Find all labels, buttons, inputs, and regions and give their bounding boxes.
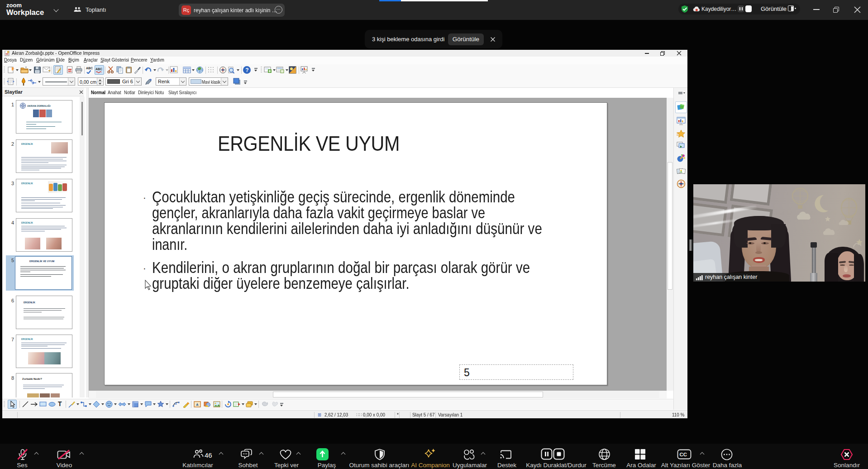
svg-text:?: ?: [245, 67, 248, 73]
svg-text:ABC: ABC: [95, 67, 102, 71]
svg-text:ABC: ABC: [86, 67, 93, 70]
svg-text:PDF: PDF: [68, 70, 72, 72]
svg-text:CC: CC: [680, 452, 687, 457]
